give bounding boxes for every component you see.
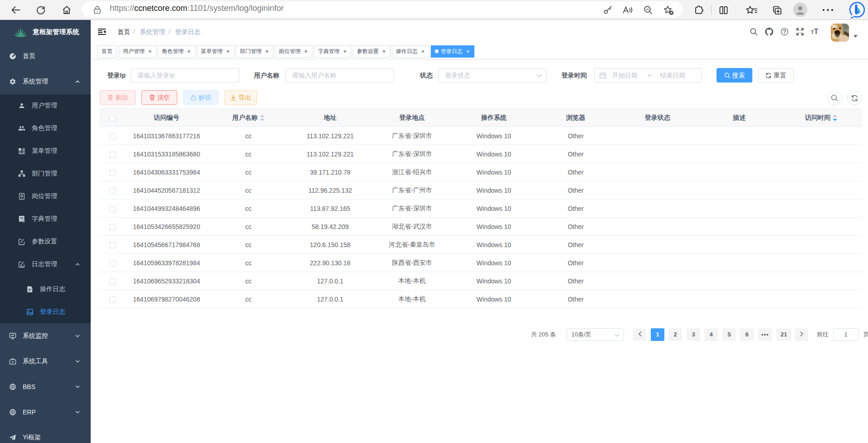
svg-text:T: T [814, 28, 819, 35]
